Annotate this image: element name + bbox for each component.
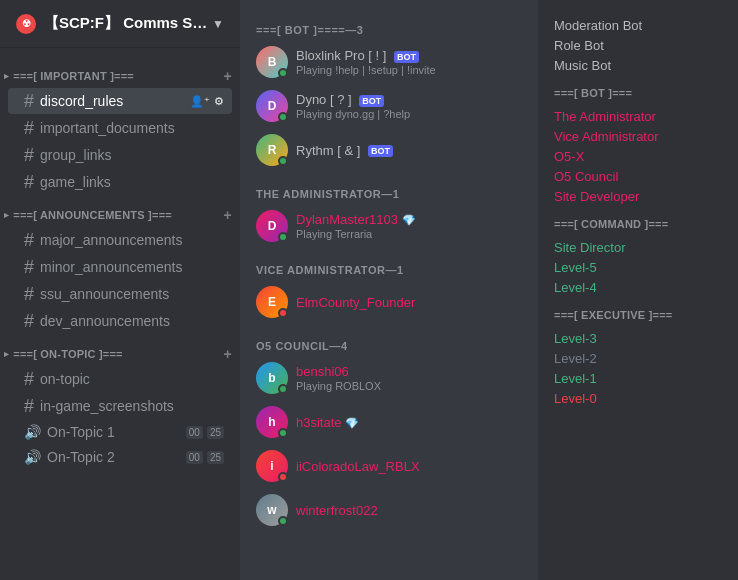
member-dyno[interactable]: D Dyno [ ? ] BOT Playing dyno.gg | ?help [240,84,538,128]
role-site-developer[interactable]: Site Developer [546,187,730,206]
voice-counts: 00 25 [186,426,224,439]
role-level-1[interactable]: Level-1 [546,369,730,388]
server-header[interactable]: ☢ 【SCP:F】 Comms Ser... ▼ [0,0,240,48]
member-name: Dyno [ ? ] BOT [296,92,410,107]
channel-minor-announcements[interactable]: # minor_announcements [8,254,232,280]
member-elmcounty[interactable]: E ElmCounty_Founder [240,280,538,324]
channel-important-documents[interactable]: # important_documents [8,115,232,141]
role-name: O5 Council [554,169,618,184]
sidebar: ☢ 【SCP:F】 Comms Ser... ▼ ▸ ===[ IMPORTAN… [0,0,240,580]
role-role-bot[interactable]: Role Bot [546,36,730,55]
member-iicolorado[interactable]: i iiColoradoLaw_RBLX [240,444,538,488]
channel-ssu-announcements[interactable]: # ssu_announcements [8,281,232,307]
category-on-topic[interactable]: ▸ ===[ ON-TOPIC ]=== + [0,342,240,366]
member-info: Rythm [ & ] BOT [296,143,393,158]
role-level-2[interactable]: Level-2 [546,349,730,368]
role-name: Site Developer [554,189,639,204]
role-name: Vice Administrator [554,129,659,144]
avatar-iicolorado: i [256,450,288,482]
member-info: winterfrost022 [296,503,378,518]
role-section-command: ===[ COMMAND ]=== [546,214,730,234]
channel-dev-announcements[interactable]: # dev_announcements [8,308,232,334]
channel-in-game-screenshots[interactable]: # in-game_screenshots [8,393,232,419]
add-channel-icon[interactable]: + [224,68,232,84]
category-label: ===[ ON-TOPIC ]=== [13,348,123,360]
status-online-dot [278,112,288,122]
member-bloxlink[interactable]: B Bloxlink Pro [ ! ] BOT Playing !help |… [240,40,538,84]
group-header-o5council: O5 COUNCIL—4 [240,324,538,356]
role-level-0[interactable]: Level-0 [546,389,730,408]
role-name: O5-X [554,149,584,164]
role-o5-council[interactable]: O5 Council [546,167,730,186]
add-channel-icon[interactable]: + [224,207,232,223]
status-online-dot [278,384,288,394]
role-name: Role Bot [554,38,604,53]
status-online-dot [278,68,288,78]
member-h3sitate[interactable]: h h3sitate 💎 [240,400,538,444]
channel-name: game_links [40,174,224,190]
main-content: ===[ BOT ]====—3 B Bloxlink Pro [ ! ] BO… [240,0,538,580]
add-channel-icon[interactable]: + [224,346,232,362]
role-the-administrator[interactable]: The Administrator [546,107,730,126]
channel-game-links[interactable]: # game_links [8,169,232,195]
role-moderation-bot[interactable]: Moderation Bot [546,16,730,35]
channel-discord-rules[interactable]: # discord_rules 👤⁺ ⚙ [8,88,232,114]
role-music-bot[interactable]: Music Bot [546,56,730,75]
role-section-executive: ===[ EXECUTIVE ]=== [546,305,730,325]
voice-count-1: 00 [186,451,203,464]
chevron-icon: ▸ [4,71,9,81]
channel-name: dev_announcements [40,313,224,329]
member-rythm[interactable]: R Rythm [ & ] BOT [240,128,538,172]
member-info: iiColoradoLaw_RBLX [296,459,420,474]
status-online-dot [278,428,288,438]
role-level-5[interactable]: Level-5 [546,258,730,277]
avatar-benshi06: b [256,362,288,394]
settings-icon[interactable]: ⚙ [214,95,224,108]
avatar-dylanmaster: D [256,210,288,242]
chevron-icon: ▸ [4,210,9,220]
channel-name: major_announcements [40,232,224,248]
channel-group-links[interactable]: # group_links [8,142,232,168]
role-level-3[interactable]: Level-3 [546,329,730,348]
member-info: Dyno [ ? ] BOT Playing dyno.gg | ?help [296,92,410,120]
member-name: Rythm [ & ] BOT [296,143,393,158]
channel-name: minor_announcements [40,259,224,275]
member-name: h3sitate 💎 [296,415,359,430]
diamond-icon: 💎 [402,214,416,226]
bot-badge: BOT [359,95,384,107]
member-benshi06[interactable]: b benshi06 Playing ROBLOX [240,356,538,400]
voice-count-2: 25 [207,426,224,439]
role-vice-administrator[interactable]: Vice Administrator [546,127,730,146]
channel-name: ssu_announcements [40,286,224,302]
server-icon: ☢ [16,14,36,34]
member-dylanmaster[interactable]: D DylanMaster1103 💎 Playing Terraria [240,204,538,248]
role-level-4[interactable]: Level-4 [546,278,730,297]
member-name: benshi06 [296,364,381,379]
category-label: ===[ ANNOUNCEMENTS ]=== [13,209,172,221]
category-label: ===[ IMPORTANT ]=== [13,70,134,82]
role-site-director[interactable]: Site Director [546,238,730,257]
avatar-rythm: R [256,134,288,166]
role-o5x[interactable]: O5-X [546,147,730,166]
server-chevron-icon: ▼ [212,17,224,31]
role-name: Level-0 [554,391,597,406]
role-section-bot: ===[ BOT ]=== [546,83,730,103]
member-name: iiColoradoLaw_RBLX [296,459,420,474]
role-name: Site Director [554,240,626,255]
channel-name: important_documents [40,120,224,136]
hash-icon: # [24,397,34,415]
hash-icon: # [24,92,34,110]
member-info: benshi06 Playing ROBLOX [296,364,381,392]
channel-on-topic[interactable]: # on-topic [8,366,232,392]
category-announcements[interactable]: ▸ ===[ ANNOUNCEMENTS ]=== + [0,203,240,227]
member-name: DylanMaster1103 💎 [296,212,416,227]
member-info: Bloxlink Pro [ ! ] BOT Playing !help | !… [296,48,436,76]
add-member-icon[interactable]: 👤⁺ [190,95,210,108]
channel-on-topic-2[interactable]: 🔊 On-Topic 2 00 25 [8,445,232,469]
category-important[interactable]: ▸ ===[ IMPORTANT ]=== + [0,64,240,88]
status-online-dot [278,516,288,526]
channel-major-announcements[interactable]: # major_announcements [8,227,232,253]
hash-icon: # [24,146,34,164]
channel-on-topic-1[interactable]: 🔊 On-Topic 1 00 25 [8,420,232,444]
member-winterfrost[interactable]: w winterfrost022 [240,488,538,532]
